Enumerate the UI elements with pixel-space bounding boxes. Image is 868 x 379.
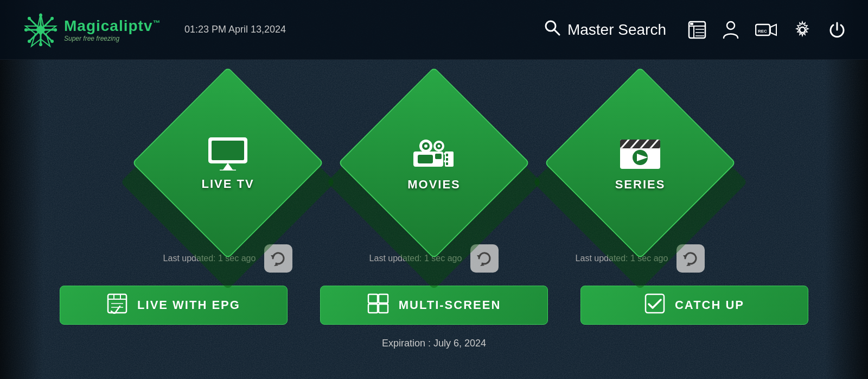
svg-rect-19	[690, 23, 693, 25]
logo-text: Magicaliptv™ Super free freezing	[64, 17, 161, 42]
svg-point-6	[39, 14, 42, 17]
movies-label: MOVIES	[407, 178, 461, 192]
datetime: 01:23 PM April 13,2024	[184, 24, 286, 35]
live-tv-diamond[interactable]: LIVE TV	[141, 76, 315, 250]
logo-icon	[22, 11, 60, 49]
main-content: LIVE TV Last updated: 1 sec ago	[0, 60, 868, 325]
svg-marker-63	[683, 255, 687, 258]
svg-rect-41	[418, 155, 433, 163]
header: Magicaliptv™ Super free freezing 01:23 P…	[0, 0, 868, 60]
epg-button-icon	[107, 293, 127, 318]
series-card-wrapper: SERIES Last updated: 1 sec ago	[553, 76, 727, 283]
svg-point-12	[50, 17, 54, 20]
svg-rect-60	[620, 147, 660, 149]
svg-point-10	[28, 17, 31, 20]
live-with-epg-label: LIVE WITH EPG	[137, 298, 240, 312]
series-content: SERIES	[615, 134, 666, 192]
buttons-row: LIVE WITH EPG MULTI-SCREEN	[0, 286, 868, 325]
user-icon[interactable]	[723, 21, 739, 39]
live-tv-content: LIVE TV	[201, 135, 254, 191]
live-tv-card-wrapper: LIVE TV Last updated: 1 sec ago	[141, 76, 315, 283]
multi-screen-label: MULTI-SCREEN	[399, 298, 501, 312]
series-icon	[618, 134, 662, 171]
svg-rect-46	[446, 154, 448, 156]
settings-icon[interactable]	[793, 21, 812, 39]
svg-rect-48	[446, 162, 448, 165]
svg-point-9	[54, 28, 57, 31]
movies-content: MOVIES	[407, 134, 461, 192]
catch-up-button[interactable]: CATCH UP	[580, 286, 808, 325]
multi-screen-button[interactable]: MULTI-SCREEN	[320, 286, 548, 325]
search-icon	[544, 19, 561, 40]
svg-rect-29	[212, 141, 244, 160]
svg-rect-42	[435, 154, 442, 159]
svg-text:REC: REC	[758, 29, 767, 34]
svg-marker-32	[271, 255, 275, 258]
live-with-epg-button[interactable]: LIVE WITH EPG	[60, 286, 288, 325]
logo-tagline: Super free freezing	[64, 35, 161, 42]
svg-rect-74	[379, 304, 388, 313]
svg-point-11	[50, 40, 54, 43]
logo-name: Magicaliptv™	[64, 17, 161, 35]
series-diamond[interactable]: SERIES	[553, 76, 727, 250]
series-label: SERIES	[615, 178, 666, 192]
catch-up-label: CATCH UP	[675, 298, 744, 312]
movies-diamond[interactable]: MOVIES	[347, 76, 521, 250]
expiration-text: Expiration : July 6, 2024	[382, 338, 486, 349]
svg-marker-49	[477, 255, 481, 258]
svg-point-36	[424, 144, 427, 148]
svg-marker-25	[770, 24, 776, 35]
search-label: Master Search	[567, 21, 666, 39]
footer: Expiration : July 6, 2024	[0, 328, 868, 359]
live-tv-icon	[206, 135, 250, 170]
live-tv-label: LIVE TV	[201, 177, 254, 191]
svg-point-7	[39, 43, 42, 46]
svg-rect-73	[368, 304, 378, 313]
svg-point-39	[438, 145, 441, 148]
svg-rect-47	[446, 158, 448, 161]
movies-icon	[411, 134, 457, 171]
svg-rect-71	[368, 294, 378, 303]
rec-icon[interactable]: REC	[755, 22, 777, 38]
cards-row: LIVE TV Last updated: 1 sec ago	[0, 65, 868, 283]
svg-marker-30	[222, 163, 233, 170]
search-area[interactable]: Master Search	[544, 19, 666, 40]
catch-up-button-icon	[644, 293, 665, 318]
svg-point-23	[727, 22, 735, 29]
multi-screen-button-icon	[367, 293, 389, 318]
movies-card-wrapper: MOVIES Last updated: 1 sec ago	[347, 76, 521, 283]
logo-area: Magicaliptv™ Super free freezing	[22, 11, 174, 49]
svg-rect-72	[379, 294, 388, 303]
svg-point-13	[28, 40, 31, 43]
power-icon[interactable]	[828, 21, 846, 39]
epg-grid-icon[interactable]	[688, 21, 706, 39]
svg-point-8	[24, 28, 28, 31]
header-icons: REC	[688, 21, 846, 39]
svg-line-15	[554, 29, 559, 35]
